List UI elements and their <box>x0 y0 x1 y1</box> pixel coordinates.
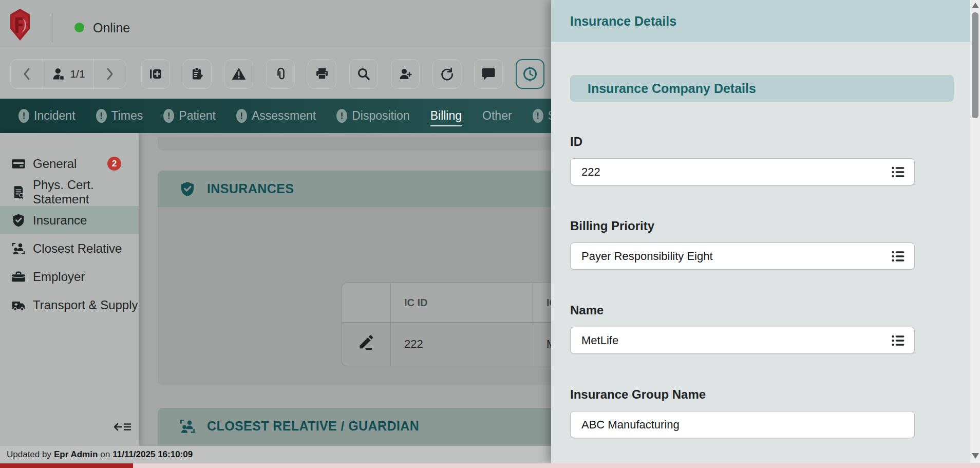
field-label: ID <box>570 135 915 149</box>
sidebar-item-insurance[interactable]: Insurance <box>0 206 139 234</box>
lookup-list-icon[interactable] <box>891 164 906 180</box>
field-billing-priority: Billing Priority Payer Responsibility Ei… <box>570 219 915 270</box>
warning-triangle-icon <box>231 67 247 81</box>
tab-other[interactable]: Other <box>482 109 512 123</box>
alerts-button[interactable] <box>224 59 253 89</box>
field-name: Name MetLife <box>570 303 915 354</box>
field-label: Name <box>570 303 915 317</box>
alert-count-badge: 2 <box>107 157 121 171</box>
chevron-right-icon <box>105 67 115 81</box>
section-title: Insurance Company Details <box>588 81 756 96</box>
app-window: Online 1/1 <box>0 0 980 468</box>
search-button[interactable] <box>349 59 378 89</box>
clock-icon <box>522 66 538 82</box>
sidebar-item-closest-relative[interactable]: Closest Relative <box>0 234 139 263</box>
status-middle: on <box>100 450 110 460</box>
person-add-icon <box>398 67 412 81</box>
sidebar-item-phys-cert-statement[interactable]: Phys. Cert. Statement <box>0 178 139 206</box>
bottom-progress-strip <box>0 463 980 468</box>
lookup-list-icon[interactable] <box>891 249 906 264</box>
alert-icon: ! <box>18 109 29 123</box>
field-value: 222 <box>581 165 891 179</box>
add-record-button[interactable] <box>141 59 170 89</box>
column-header-ic-id: IC ID <box>390 283 533 322</box>
panel-header: Insurance Details <box>551 0 970 42</box>
sidebar-item-label: Employer <box>33 270 85 284</box>
next-record-button[interactable] <box>93 60 126 88</box>
id-input[interactable]: 222 <box>570 158 915 185</box>
online-status-label: Online <box>93 21 130 35</box>
attachments-button[interactable] <box>266 59 295 89</box>
tab-disposition[interactable]: !Disposition <box>336 109 410 123</box>
toolbar-buttons <box>141 59 544 89</box>
times-button[interactable] <box>516 59 544 89</box>
lookup-list-icon[interactable] <box>891 333 906 348</box>
edit-column-header <box>342 283 390 322</box>
family-icon <box>11 241 26 256</box>
sync-button[interactable] <box>432 59 461 89</box>
add-person-button[interactable] <box>391 59 420 89</box>
field-label: Billing Priority <box>570 219 915 233</box>
sidebar-item-transport-supply[interactable]: Transport & Supply <box>0 291 139 319</box>
previous-record-button[interactable] <box>11 60 43 88</box>
messages-button[interactable] <box>474 59 503 89</box>
status-timestamp: 11/11/2025 16:10:09 <box>112 450 193 460</box>
clipboard-check-icon <box>190 67 204 81</box>
physician-cert-button[interactable] <box>183 59 212 89</box>
vertical-scrollbar[interactable] <box>970 0 980 463</box>
bottom-progress-fill <box>0 463 133 468</box>
sync-icon <box>440 67 454 81</box>
tab-billing[interactable]: Billing <box>430 109 462 123</box>
shield-check-icon <box>179 181 196 197</box>
patient-icon <box>51 67 66 81</box>
field-value: Payer Responsibility Eight <box>581 250 891 263</box>
add-record-icon <box>148 67 163 81</box>
ambulance-icon <box>11 298 26 312</box>
record-counter-label: 1/1 <box>70 68 85 80</box>
alert-icon: ! <box>236 109 247 123</box>
chat-bubble-icon <box>481 67 496 81</box>
certificate-document-icon <box>11 185 26 199</box>
print-button[interactable] <box>308 59 336 89</box>
search-icon <box>356 67 371 81</box>
alert-icon: ! <box>96 109 107 123</box>
tab-patient[interactable]: !Patient <box>163 109 216 123</box>
sidebar-item-label: Closest Relative <box>33 241 122 256</box>
field-value: MetLife <box>581 334 891 347</box>
insurance-details-panel: Insurance Details Insurance Company Deta… <box>551 0 970 463</box>
billing-priority-input[interactable]: Payer Responsibility Eight <box>570 242 915 270</box>
tab-incident[interactable]: !Incident <box>18 109 76 123</box>
sidebar-item-general[interactable]: General 2 <box>0 149 139 178</box>
scroll-down-arrow-icon[interactable] <box>972 453 979 459</box>
sidebar-collapse-button[interactable] <box>112 419 135 435</box>
shield-check-icon <box>11 213 26 228</box>
name-input[interactable]: MetLife <box>570 327 915 354</box>
briefcase-icon <box>11 270 26 284</box>
divider <box>52 13 52 42</box>
insurances-section-title: INSURANCES <box>207 181 294 196</box>
record-navigation-group: 1/1 <box>10 59 126 89</box>
tab-times[interactable]: !Times <box>96 109 143 123</box>
paperclip-icon <box>273 67 288 81</box>
alert-icon: ! <box>336 109 347 123</box>
scroll-up-arrow-icon[interactable] <box>972 3 979 8</box>
field-insurance-group-name: Insurance Group Name ABC Manufacturing <box>570 387 915 438</box>
cell-ic-id: 222 <box>390 322 533 366</box>
sidebar-item-employer[interactable]: Employer <box>0 263 139 291</box>
field-value: ABC Manufacturing <box>581 418 906 432</box>
insurance-group-name-input[interactable]: ABC Manufacturing <box>570 411 915 438</box>
family-icon <box>179 418 196 435</box>
alert-icon: ! <box>533 109 543 123</box>
collapse-sidebar-icon <box>114 421 133 433</box>
record-counter: 1/1 <box>43 60 94 88</box>
edit-row-button[interactable] <box>342 322 390 366</box>
sidebar-item-label: Phys. Cert. Statement <box>33 178 139 207</box>
scrollbar-thumb[interactable] <box>972 12 978 118</box>
tab-assessment[interactable]: !Assessment <box>236 109 316 123</box>
billing-sidebar: General 2 Phys. Cert. Statement Insuranc… <box>0 133 139 446</box>
status-prefix: Updated by <box>7 450 51 460</box>
field-label: Insurance Group Name <box>570 387 915 402</box>
app-logo-icon <box>8 8 32 41</box>
panel-title: Insurance Details <box>570 14 676 29</box>
chevron-left-icon <box>22 67 32 81</box>
